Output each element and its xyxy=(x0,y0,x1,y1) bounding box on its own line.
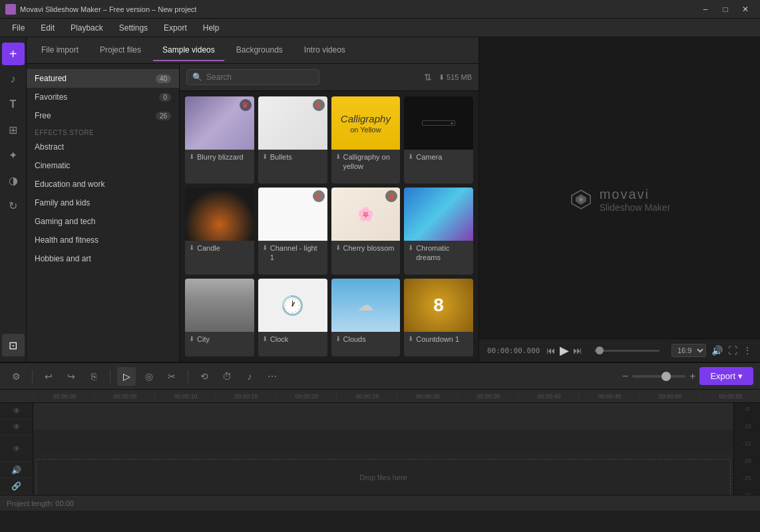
logo-product: Slideshow Maker xyxy=(600,202,671,213)
category-family[interactable]: Family and kids xyxy=(27,194,179,212)
download-icon: ⬇ xyxy=(335,335,341,342)
tab-sample-videos[interactable]: Sample videos xyxy=(153,40,224,61)
progress-bar[interactable] xyxy=(594,350,660,352)
export-button[interactable]: Export ▾ xyxy=(699,367,753,385)
search-box[interactable]: 🔍 xyxy=(186,69,319,85)
video-card-clouds[interactable]: ☁ ⬇ Clouds xyxy=(331,279,401,356)
menu-file[interactable]: File xyxy=(5,21,31,35)
play-button[interactable]: ▶ xyxy=(560,343,569,358)
tab-file-import[interactable]: File import xyxy=(32,40,88,61)
timeline-section: ⚙ ↩ ↪ ⎘ ▷ ◎ ✂ ⟲ ⏱ ♪ ⋯ − + Export ▾ 00:00… xyxy=(0,362,760,495)
tracks-area: Drop files here xyxy=(33,403,733,495)
player-right: 16:9 4:3 1:1 🔊 ⛶ ⋮ xyxy=(671,344,752,357)
menu-help[interactable]: Help xyxy=(196,21,226,35)
category-abstract[interactable]: Abstract xyxy=(27,138,179,156)
video-card-calligraphy[interactable]: Calligraphy on Yellow ⬇ Calligraphy on y… xyxy=(331,96,401,184)
undo-button[interactable]: ↩ xyxy=(39,367,58,386)
zoom-in-button[interactable]: + xyxy=(689,370,695,382)
video-thumb xyxy=(404,188,473,241)
timeline-ruler: 00:00:00 00:00:05 00:00:10 00:00:15 00:0… xyxy=(0,390,760,403)
preview-panel: movavi Slideshow Maker 00:00:00.000 ⏮ ▶ … xyxy=(479,37,760,362)
video-thumb: ♛ xyxy=(258,96,327,150)
volume-button[interactable]: 🔊 xyxy=(711,345,723,356)
category-cinematic[interactable]: Cinematic xyxy=(27,156,179,175)
download-icon: ⬇ xyxy=(335,244,341,251)
project-length: Project length: 00:00 xyxy=(7,499,74,507)
search-input[interactable] xyxy=(206,72,313,82)
fast-forward-button[interactable]: ⏭ xyxy=(573,345,582,356)
audio-tool[interactable]: ♪ xyxy=(240,367,259,386)
transitions-icon[interactable]: ⊞ xyxy=(2,118,25,141)
fullscreen-button[interactable]: ⛶ xyxy=(728,345,737,356)
cut-tool[interactable]: ✂ xyxy=(162,367,181,386)
video-card-city[interactable]: ⬇ City xyxy=(185,279,254,356)
ratio-select[interactable]: 16:9 4:3 1:1 xyxy=(671,344,706,357)
speed-tool[interactable]: ⏱ xyxy=(218,367,236,386)
category-health[interactable]: Health and fitness xyxy=(27,231,179,249)
copy-button[interactable]: ⎘ xyxy=(85,367,103,386)
titlebar-title: Movavi Slideshow Maker – Free version – … xyxy=(20,5,196,13)
redo-button[interactable]: ↪ xyxy=(62,367,81,386)
tab-intro-videos[interactable]: Intro videos xyxy=(295,40,355,61)
panel-body: Featured 40 Favorites 0 Free 26 EFFECTS … xyxy=(27,64,478,362)
drop-zone[interactable]: Drop files here xyxy=(36,459,731,495)
video-name: Calligraphy on yellow xyxy=(343,152,397,172)
rewind-button[interactable]: ⏮ xyxy=(546,345,556,356)
tab-backgrounds[interactable]: Backgrounds xyxy=(227,40,292,61)
maximize-button[interactable]: □ xyxy=(716,0,735,19)
select-tool[interactable]: ▷ xyxy=(117,367,136,386)
add-button[interactable]: + xyxy=(2,43,25,65)
effects-icon[interactable]: ✦ xyxy=(2,144,25,166)
statusbar: Project length: 00:00 xyxy=(0,495,760,511)
filters-icon[interactable]: ◑ xyxy=(2,169,25,192)
music-icon[interactable]: ♪ xyxy=(2,68,25,90)
category-sidebar: Featured 40 Favorites 0 Free 26 EFFECTS … xyxy=(27,64,180,362)
track-label-video: 👁 xyxy=(0,403,33,420)
pip-icon[interactable]: ⊡ xyxy=(2,334,25,356)
menu-settings[interactable]: Settings xyxy=(112,21,154,35)
video-card-countdown[interactable]: 8 ⬇ Countdown 1 xyxy=(404,279,473,356)
video-card-camera[interactable]: + ⬇ Camera xyxy=(404,96,473,184)
video-card-clock[interactable]: 🕐 ⬇ Clock xyxy=(258,279,327,356)
video-card-bullets[interactable]: ♛ ⬇ Bullets xyxy=(258,96,327,184)
more-options-button[interactable]: ⋮ xyxy=(743,345,752,356)
zoom-track[interactable] xyxy=(632,375,685,378)
crop-tool[interactable]: ◎ xyxy=(140,367,158,386)
motion-icon[interactable]: ↻ xyxy=(2,194,25,217)
logo-container: movavi Slideshow Maker xyxy=(569,187,671,213)
category-education[interactable]: Education and work xyxy=(27,175,179,194)
download-icon: ⬇ xyxy=(408,153,413,160)
more-tools[interactable]: ⋯ xyxy=(263,367,282,386)
category-featured[interactable]: Featured 40 xyxy=(27,69,179,88)
menu-playback[interactable]: Playback xyxy=(64,21,110,35)
video-card-candle[interactable]: ⬇ Candle xyxy=(185,188,254,275)
category-free[interactable]: Free 26 xyxy=(27,106,179,125)
zoom-out-button[interactable]: − xyxy=(622,370,628,382)
toolbar-divider xyxy=(110,370,110,383)
window-controls: – □ ✕ xyxy=(696,0,755,19)
menu-edit[interactable]: Edit xyxy=(34,21,61,35)
drop-label: Drop files here xyxy=(359,473,407,481)
minimize-button[interactable]: – xyxy=(696,0,715,19)
track-label-chain: 🔗 xyxy=(0,478,33,495)
download-icon: ⬇ xyxy=(189,244,194,251)
close-button[interactable]: ✕ xyxy=(736,0,755,19)
video-name: Blurry blizzard xyxy=(197,152,244,162)
movavi-logo-icon xyxy=(569,188,593,211)
category-gaming[interactable]: Gaming and tech xyxy=(27,212,179,231)
sort-button[interactable]: ⇅ xyxy=(424,72,432,82)
video-card-cherry-blossom[interactable]: 🌸 ♛ ⬇ Cherry blossom xyxy=(331,188,401,275)
video-card-blurry-blizzard[interactable]: ♛ ⬇ Blurry blizzard xyxy=(185,96,254,184)
timeline-settings-button[interactable]: ⚙ xyxy=(7,367,25,386)
category-hobbies[interactable]: Hobbies and art xyxy=(27,249,179,268)
titlebar: Movavi Slideshow Maker – Free version – … xyxy=(0,0,760,19)
crown-badge: ♛ xyxy=(240,99,252,111)
tab-project-files[interactable]: Project files xyxy=(91,40,150,61)
menu-export[interactable]: Export xyxy=(157,21,194,35)
videos-toolbar: 🔍 ⇅ ⬇ 515 MB xyxy=(180,64,478,91)
video-card-chromatic[interactable]: ⬇ Chromatic dreams xyxy=(404,188,473,275)
rotate-tool[interactable]: ⟲ xyxy=(195,367,214,386)
text-icon[interactable]: T xyxy=(2,93,25,116)
category-favorites[interactable]: Favorites 0 xyxy=(27,88,179,106)
video-card-channel-light[interactable]: ♛ ⬇ Channel - light 1 xyxy=(258,188,327,275)
